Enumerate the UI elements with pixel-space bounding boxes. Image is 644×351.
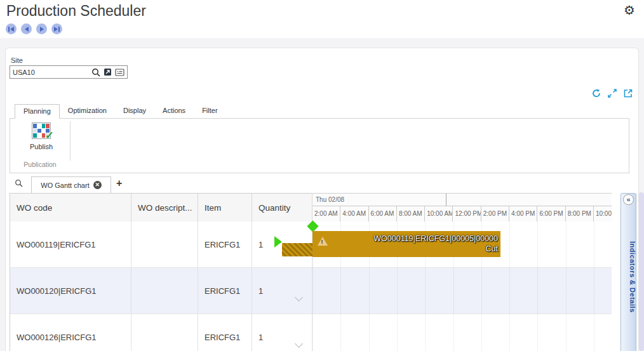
publish-button[interactable]: ✓ Publish — [22, 123, 61, 159]
page-title: Production Scheduler — [6, 3, 146, 20]
time-tick: 8:00 PM — [566, 206, 594, 222]
quantity-value: 1 — [258, 286, 263, 296]
record-navigation — [6, 23, 62, 34]
column-header-quantity[interactable]: Quantity — [252, 194, 312, 222]
column-header-wo-code[interactable]: WO code — [10, 194, 131, 222]
production-scheduler-page: Production Scheduler ⚙ Site — [0, 0, 644, 351]
time-tick: 10:00 AM — [425, 206, 453, 222]
publish-icon: ✓ — [32, 123, 51, 139]
release-marker-icon[interactable] — [274, 236, 282, 248]
gantt-row-canvas[interactable]: ! WO000119|ERICFG1|00005|00000 Cut — [312, 222, 612, 268]
column-header-wo-description[interactable]: WO descript... — [131, 194, 198, 222]
warning-icon: ! — [318, 237, 328, 246]
timeline-tick-row: 2:00 AM 4:00 AM 6:00 AM 8:00 AM 10:00 AM… — [312, 206, 612, 222]
check-icon: ✓ — [45, 129, 54, 142]
publish-button-label: Publish — [30, 143, 53, 150]
operation-bar-title: WO000119|ERICFG1|00005|00000 — [373, 234, 498, 244]
cell-quantity[interactable]: 1 — [252, 268, 312, 314]
open-new-window-icon[interactable] — [623, 88, 633, 98]
skip-first-icon — [8, 27, 14, 32]
time-tick: 4:00 AM — [340, 206, 368, 222]
first-record-button[interactable] — [6, 23, 17, 34]
gear-icon[interactable]: ⚙ — [624, 3, 635, 18]
tab-display[interactable]: Display — [115, 104, 154, 119]
table-row[interactable]: WO000126|ERICFG1 ERICFG1 1 — [10, 314, 612, 351]
goto-icon[interactable] — [104, 68, 112, 76]
ribbon-group-divider — [70, 121, 70, 161]
ribbon-content: ✓ Publish Publication — [10, 118, 629, 173]
chevron-down-icon[interactable] — [295, 340, 303, 348]
timeline-header: Thu 02/08 2:00 AM 4:00 AM 6:00 AM 8:00 A… — [312, 194, 612, 222]
refresh-icon[interactable] — [591, 88, 601, 98]
cell-quantity[interactable]: 1 — [252, 314, 312, 351]
close-icon[interactable]: ✕ — [93, 181, 102, 189]
site-input[interactable] — [10, 67, 91, 77]
time-tick: 6:00 AM — [369, 206, 397, 222]
timeline-day-tick — [446, 194, 446, 206]
site-field — [10, 65, 128, 79]
operation-bar-label: WO000119|ERICFG1|00005|00000 Cut — [373, 234, 498, 254]
cell-item[interactable]: ERICFG1 — [198, 314, 252, 351]
publication-group-label: Publication — [10, 161, 70, 168]
next-icon — [40, 27, 44, 32]
tab-planning[interactable]: Planning — [15, 104, 60, 119]
cell-wo-code[interactable]: WO000126|ERICFG1 — [10, 314, 131, 351]
content-panel: Site — [5, 48, 639, 351]
previous-icon — [25, 27, 29, 32]
resize-icon[interactable] — [607, 88, 617, 98]
cell-item[interactable]: ERICFG1 — [198, 268, 252, 314]
previous-record-button[interactable] — [21, 23, 32, 34]
gantt-row-canvas[interactable] — [312, 268, 612, 314]
time-tick: 8:00 AM — [397, 206, 425, 222]
ribbon-tab-bar: Planning Optimization Display Actions Fi… — [15, 104, 226, 119]
time-tick: 6:00 PM — [537, 206, 565, 222]
cell-wo-description[interactable] — [131, 222, 198, 268]
quantity-value: 1 — [258, 333, 263, 342]
cell-wo-code[interactable]: WO000120|ERICFG1 — [10, 268, 131, 314]
setup-phase-bar[interactable] — [282, 243, 312, 256]
last-record-button[interactable] — [51, 23, 62, 34]
selection-icon[interactable] — [115, 69, 124, 76]
cell-item[interactable]: ERICFG1 — [198, 222, 252, 268]
add-view-button[interactable]: + — [116, 178, 122, 189]
timeline-day-label: Thu 02/08 — [312, 194, 612, 206]
chevron-down-icon[interactable] — [295, 293, 303, 301]
cell-wo-code[interactable]: WO000119|ERICFG1 — [10, 222, 131, 268]
operation-bar[interactable]: ! WO000119|ERICFG1|00005|00000 Cut — [312, 231, 500, 257]
time-tick: 2:00 AM — [312, 206, 340, 222]
time-tick: 2:00 PM — [481, 206, 509, 222]
tab-wo-gantt-chart[interactable]: WO Gantt chart ✕ — [31, 176, 111, 193]
time-tick: 4:00 PM — [509, 206, 537, 222]
page-header: Production Scheduler ⚙ — [0, 0, 644, 38]
tab-actions[interactable]: Actions — [154, 104, 194, 119]
column-header-item[interactable]: Item — [198, 194, 252, 222]
tab-optimization[interactable]: Optimization — [60, 104, 115, 119]
table-row[interactable]: WO000119|ERICFG1 ERICFG1 1 ! WO000119|ER… — [10, 222, 612, 268]
operation-bar-subtitle: Cut — [373, 244, 498, 254]
cell-wo-description[interactable] — [131, 268, 198, 314]
view-search-icon[interactable] — [15, 179, 23, 187]
time-tick: 12:00 PM — [453, 206, 481, 222]
quantity-value: 1 — [258, 240, 263, 249]
gantt-row-canvas[interactable] — [312, 314, 612, 351]
indicators-details-title[interactable]: Indicators & Details — [621, 206, 636, 345]
wo-gantt-table: WO code WO descript... Item Quantity Thu… — [10, 193, 612, 351]
wo-gantt-tab-label: WO Gantt chart — [41, 182, 89, 189]
skip-last-icon — [54, 27, 60, 32]
next-record-button[interactable] — [36, 23, 47, 34]
time-tick: 10:00 PM — [594, 206, 612, 222]
search-icon[interactable] — [91, 68, 100, 77]
table-header-row: WO code WO descript... Item Quantity Thu… — [10, 194, 612, 222]
cell-wo-description[interactable] — [131, 314, 198, 351]
tab-filter[interactable]: Filter — [194, 104, 225, 119]
table-row[interactable]: WO000120|ERICFG1 ERICFG1 1 — [10, 268, 612, 314]
collapse-chevrons-icon[interactable]: « — [623, 194, 634, 205]
site-field-label: Site — [11, 56, 23, 64]
vertical-scrollbar[interactable] — [639, 192, 644, 351]
panel-action-icons — [591, 88, 633, 98]
